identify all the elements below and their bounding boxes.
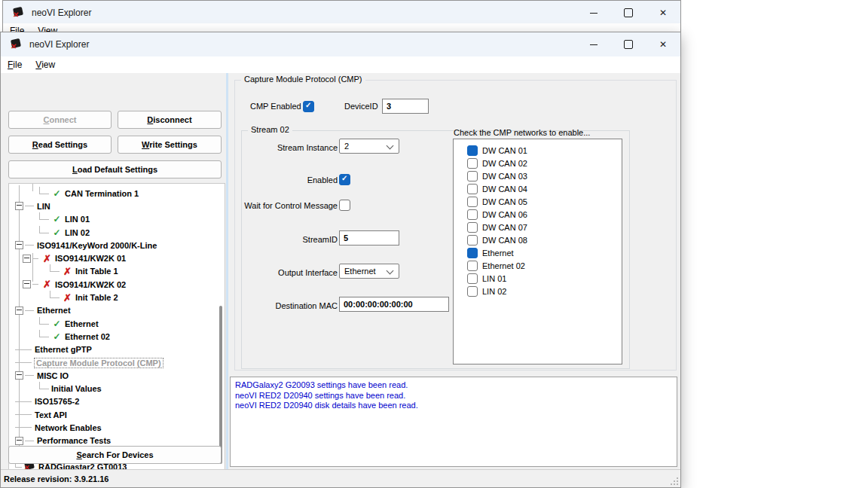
disconnect-button[interactable]: Disconnect: [118, 111, 222, 129]
tree-item-iso9141-keyword[interactable]: ISO9141/KeyWord 2000/K-Line: [9, 239, 225, 252]
tree-item-iso9141-kw2k-02[interactable]: ✗ISO9141/KW2K 02: [9, 278, 225, 291]
tree-connector: [50, 264, 60, 272]
minimize-button[interactable]: [576, 32, 611, 56]
network-item-dw-can-02[interactable]: DW CAN 02: [454, 157, 622, 169]
output-interface-select[interactable]: Ethernet: [339, 264, 399, 279]
checkbox[interactable]: [467, 261, 478, 271]
menu-file[interactable]: File: [1, 57, 29, 72]
enabled-checkbox[interactable]: [339, 174, 350, 185]
tree-item-text-api[interactable]: Text API: [9, 408, 225, 421]
tree-item-capture-module-protocol[interactable]: Capture Module Protocol (CMP): [9, 356, 225, 369]
network-item-ethernet[interactable]: Ethernet: [454, 246, 622, 259]
collapse-icon[interactable]: [15, 437, 23, 445]
stream-instance-select[interactable]: 2: [339, 139, 399, 154]
app-icon: ✕: [12, 7, 24, 19]
network-item-dw-can-01[interactable]: DW CAN 01: [454, 144, 622, 157]
write-settings-button[interactable]: Write Settings: [118, 136, 222, 154]
checkbox[interactable]: [467, 286, 478, 297]
maximize-icon: [624, 8, 633, 17]
network-item-ethernet-02[interactable]: Ethernet 02: [454, 259, 622, 272]
tree-item-lin[interactable]: LIN: [9, 200, 225, 212]
network-item-dw-can-04[interactable]: DW CAN 04: [454, 182, 622, 195]
checkbox[interactable]: [467, 158, 478, 169]
tree-item-misc-io[interactable]: MISC IO: [9, 369, 225, 382]
back-maximize-button[interactable]: [611, 1, 646, 25]
read-settings-button[interactable]: Read Settings: [8, 136, 112, 154]
network-item-dw-can-06[interactable]: DW CAN 06: [454, 208, 622, 221]
cmp-enabled-label: CMP Enabled: [250, 100, 301, 112]
collapse-icon[interactable]: [15, 307, 23, 315]
tree-item-initial-values[interactable]: Initial Values: [9, 382, 225, 395]
tree-item-iso15765-2[interactable]: ISO15765-2: [9, 395, 225, 408]
checkbox[interactable]: [467, 273, 478, 284]
network-item-lin-02[interactable]: LIN 02: [454, 285, 622, 297]
network-item-dw-can-07[interactable]: DW CAN 07: [454, 221, 622, 233]
tree-connector: [39, 226, 49, 233]
stream-id-input[interactable]: [339, 230, 399, 246]
checkbox[interactable]: [467, 235, 478, 246]
wait-for-control-message-label: Wait for Control Message: [231, 200, 338, 212]
network-item-dw-can-08[interactable]: DW CAN 08: [454, 233, 622, 246]
device-id-input[interactable]: [382, 99, 429, 114]
tree-scrollbar-thumb[interactable]: [219, 306, 222, 464]
wait-for-control-message-checkbox[interactable]: [339, 200, 350, 211]
checkbox[interactable]: [467, 171, 478, 181]
tree-connector: [15, 414, 32, 415]
close-button[interactable]: ✕: [646, 32, 680, 56]
network-item-dw-can-03[interactable]: DW CAN 03: [454, 169, 622, 182]
tree-item-ethernet-group[interactable]: Ethernet: [9, 304, 225, 317]
resize-grip[interactable]: [671, 477, 678, 485]
back-minimize-button[interactable]: [576, 1, 611, 25]
collapse-icon[interactable]: [23, 255, 31, 263]
network-item-dw-can-05[interactable]: DW CAN 05: [454, 195, 622, 208]
tree-connector: [15, 362, 32, 363]
back-window-title: neoVI Explorer: [32, 8, 91, 18]
search-for-devices-button[interactable]: Search For Devices: [8, 446, 222, 464]
checkbox[interactable]: [467, 209, 478, 220]
checkbox[interactable]: [467, 197, 478, 207]
titlebar[interactable]: ✕ neoVI Explorer ✕: [1, 32, 680, 56]
collapse-icon[interactable]: [15, 241, 23, 249]
tree-connector: [25, 441, 34, 441]
tree-item-ethernet-gptp[interactable]: Ethernet gPTP: [9, 343, 225, 356]
app-icon: ✕: [10, 38, 22, 50]
maximize-icon: [624, 40, 633, 49]
maximize-button[interactable]: [611, 32, 646, 56]
panel-splitter[interactable]: [226, 73, 228, 469]
checkbox[interactable]: [467, 145, 478, 156]
minimize-icon: [590, 44, 598, 45]
tree-item-ethernet-02[interactable]: ✓Ethernet 02: [9, 330, 225, 343]
tree-connector: [15, 427, 32, 428]
collapse-icon[interactable]: [23, 280, 31, 288]
cmp-enabled-checkbox[interactable]: [303, 101, 314, 112]
log-output[interactable]: RADGalaxy2 G20093 settings have been rea…: [230, 377, 677, 467]
tree-item-lin-02[interactable]: ✓LIN 02: [9, 226, 225, 239]
back-close-button[interactable]: ✕: [646, 1, 680, 25]
back-window: ✕ neoVI Explorer ✕ File View: [2, 0, 681, 34]
tree-connector: [39, 330, 49, 337]
tree-connector: [25, 245, 34, 246]
collapse-icon[interactable]: [15, 371, 23, 380]
back-window-titlebar[interactable]: ✕ neoVI Explorer ✕: [3, 1, 680, 25]
cmp-groupbox: Capture Module Protocol (CMP) CMP Enable…: [234, 80, 677, 371]
tree-connector: [50, 291, 60, 298]
checkbox[interactable]: [467, 184, 478, 194]
collapse-icon[interactable]: [15, 202, 23, 210]
tree-item-iso9141-kw2k-01[interactable]: ✗ISO9141/KW2K 01: [9, 252, 225, 264]
connect-button[interactable]: Connect: [8, 111, 112, 129]
checkbox[interactable]: [467, 248, 478, 258]
tree-item-ethernet[interactable]: ✓Ethernet: [9, 317, 225, 330]
cross-icon: ✗: [41, 253, 53, 264]
destination-mac-input[interactable]: [339, 297, 449, 312]
menu-view[interactable]: View: [29, 57, 62, 72]
tree-item-lin-01[interactable]: ✓LIN 01: [9, 213, 225, 226]
tree-item-can-termination-1[interactable]: ✓CAN Termination 1: [9, 187, 225, 200]
close-icon: ✕: [659, 40, 667, 49]
tree-item-init-table-1[interactable]: ✗Init Table 1: [9, 265, 225, 278]
network-item-lin-01[interactable]: LIN 01: [454, 272, 622, 285]
checkbox[interactable]: [467, 222, 478, 233]
tree-connector: [15, 349, 32, 350]
tree-item-network-enables[interactable]: Network Enables: [9, 421, 225, 434]
load-default-settings-button[interactable]: Load Default Settings: [8, 160, 222, 178]
tree-item-init-table-2[interactable]: ✗Init Table 2: [9, 291, 225, 303]
